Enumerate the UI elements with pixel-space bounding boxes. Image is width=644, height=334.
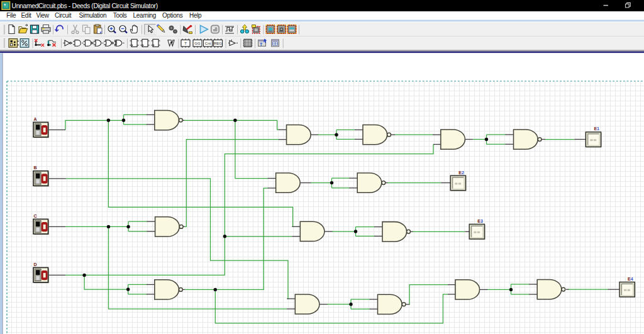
svg-text:T: T: [260, 42, 263, 47]
svg-text:GG: GG: [194, 42, 201, 45]
svg-text:Tools: Tools: [113, 12, 127, 19]
svg-text:E3: E3: [477, 219, 483, 223]
svg-text:UnnamedCircuit.pbs - Deeds (Di: UnnamedCircuit.pbs - Deeds (Digital Circ…: [12, 3, 158, 9]
svg-text:File: File: [6, 12, 16, 19]
svg-text:REG: REG: [214, 42, 222, 45]
svg-text:B: B: [34, 165, 37, 170]
svg-text:D: D: [34, 262, 37, 267]
svg-text:C: C: [34, 214, 37, 218]
svg-text:Learning: Learning: [133, 12, 157, 19]
svg-text:Cnt: Cnt: [205, 42, 211, 45]
svg-text:T: T: [184, 42, 187, 45]
svg-text:Edit: Edit: [21, 12, 32, 19]
svg-text:Circuit: Circuit: [55, 12, 72, 19]
svg-text:E2: E2: [458, 170, 464, 175]
svg-text:A: A: [34, 117, 37, 121]
svg-text:E4: E4: [628, 277, 633, 281]
svg-text:Options: Options: [162, 12, 183, 19]
svg-text:E1: E1: [594, 126, 599, 131]
svg-text:Simulation: Simulation: [79, 12, 107, 19]
svg-text:View: View: [36, 12, 50, 19]
svg-text:Help: Help: [189, 12, 202, 19]
